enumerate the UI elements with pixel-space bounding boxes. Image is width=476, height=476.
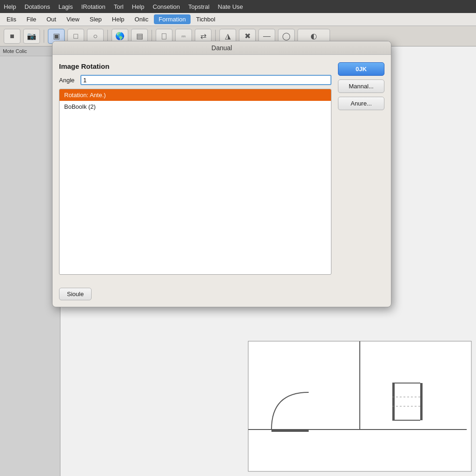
canvas-panel-label: Mote Colic [0,46,60,56]
menu-top-topstral[interactable]: Topstral [188,3,210,10]
menu-top-nate[interactable]: Nate Use [218,3,243,10]
menu-help[interactable]: Help [107,14,129,24]
svg-rect-5 [420,383,423,420]
footer-button[interactable]: Sioule [59,288,92,300]
menu-view[interactable]: View [62,14,84,24]
svg-rect-4 [392,383,395,420]
menu-tichbol[interactable]: Tichbol [192,14,220,24]
angle-input[interactable] [80,75,331,85]
menu-top-torl[interactable]: Torl [114,3,124,10]
dialog-body: Image Rotation Angle Rotation: Ante.) Bo… [53,55,391,284]
dialog-heading: Image Rotation [59,62,331,70]
menu-top-irotation[interactable]: IRotation [81,3,106,10]
canvas-panel: Mote Colic [0,46,60,476]
menu-top-help2[interactable]: Help [132,3,145,10]
menu-onlic[interactable]: Onlic [130,14,153,24]
ok-button[interactable]: 0JK [338,62,384,76]
menu-formation[interactable]: Formation [154,14,191,24]
listbox[interactable]: Rotation: Ante.) BoBoolk (2) [59,89,331,275]
dialog: Danual Image Rotation Angle Rotation: An… [52,41,391,307]
angle-label: Angle [59,77,77,84]
dialog-right-panel: 0JK Mannal... Anure... [338,62,384,275]
listbox-item-0[interactable]: Rotation: Ante.) [60,89,331,101]
menu-elis[interactable]: Elis [2,14,21,24]
menu-top-dotations[interactable]: Dotations [25,3,50,10]
menu-out[interactable]: Out [42,14,61,24]
menu-file[interactable]: File [22,14,41,24]
dialog-footer: Sioule [53,284,391,307]
menubar-top: Help Dotations Lagis IRotation Torl Help… [0,0,476,13]
floorplan-svg [244,337,476,476]
dialog-title: Danual [53,41,391,55]
anure-button[interactable]: Anure... [338,97,384,110]
angle-row: Angle [59,75,331,85]
menu-top-help[interactable]: Help [4,3,16,10]
menu-top-consetion[interactable]: Consetion [153,3,180,10]
toolbar-btn-1[interactable]: ■ [4,29,20,44]
dialog-left-panel: Image Rotation Angle Rotation: Ante.) Bo… [59,62,331,275]
menu-slep[interactable]: Slep [85,14,106,24]
menu-top-lagis[interactable]: Lagis [59,3,73,10]
svg-rect-3 [271,430,309,432]
manual-button[interactable]: Mannal... [338,79,384,93]
toolbar-btn-2[interactable]: 📷 [23,29,40,44]
menubar-second: Elis File Out View Slep Help Onlic Forma… [0,13,476,26]
toolbar-separator-1 [44,30,44,43]
listbox-item-1[interactable]: BoBoolk (2) [60,101,331,112]
